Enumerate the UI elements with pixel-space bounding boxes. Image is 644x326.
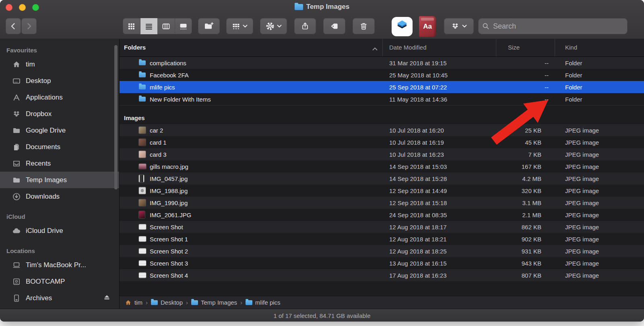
file-size: 25 KB xyxy=(470,127,541,134)
forward-button[interactable] xyxy=(21,18,37,34)
table-row[interactable]: Screen Shot 3 13 Aug 2018 at 16:15 943 K… xyxy=(120,257,644,269)
date-modified: 10 Jul 2018 at 16:20 xyxy=(389,127,444,134)
sort-ascending-icon[interactable] xyxy=(372,45,378,52)
image-thumbnail xyxy=(139,211,145,218)
column-view-button[interactable] xyxy=(157,18,175,34)
table-row[interactable]: card 3 10 Jul 2018 at 16:23 7 KB JPEG im… xyxy=(120,148,644,160)
file-size: 902 KB xyxy=(470,236,541,243)
stacks-app-button[interactable] xyxy=(392,17,413,36)
file-kind: JPEG image xyxy=(565,139,599,146)
image-thumbnail xyxy=(139,224,146,230)
table-row[interactable]: New Folder With Items 11 May 2018 at 14:… xyxy=(120,93,644,105)
breadcrumb-mlife-pics[interactable]: mlife pics xyxy=(246,299,281,306)
sidebar-item-downloads[interactable]: Downloads xyxy=(0,188,119,205)
file-size: -- xyxy=(470,60,549,66)
eject-icon[interactable] xyxy=(103,294,110,302)
folder-icon xyxy=(139,60,146,65)
column-header-size[interactable]: Size xyxy=(508,44,520,51)
sidebar-item-macbook[interactable]: Tim's MacBook Pr... xyxy=(0,257,119,273)
file-kind: JPEG image xyxy=(565,248,599,255)
file-name: New Folder With Items xyxy=(150,96,211,103)
column-header-name[interactable]: Folders xyxy=(124,44,146,51)
status-text: 1 of 17 selected, 84.71 GB available xyxy=(274,312,371,319)
date-modified: 13 Aug 2018 at 16:15 xyxy=(389,260,447,267)
table-row[interactable]: card 1 10 Jul 2018 at 16:19 45 KB JPEG i… xyxy=(120,136,644,148)
search-field[interactable] xyxy=(478,18,627,34)
file-name: mlife pics xyxy=(150,84,175,91)
folder-icon xyxy=(139,73,146,77)
sidebar-item-label: Temp Images xyxy=(26,176,67,184)
breadcrumb-separator: › xyxy=(240,299,242,306)
new-folder-button[interactable] xyxy=(198,18,220,34)
column-divider[interactable] xyxy=(555,39,555,56)
file-list: Folders Date Modified Size Kind complica… xyxy=(120,39,644,296)
breadcrumb-desktop[interactable]: Desktop xyxy=(151,299,183,306)
breadcrumb-separator: › xyxy=(146,299,148,306)
icon-view-button[interactable] xyxy=(123,18,140,34)
table-row[interactable]: gills macro.jpg 14 Sep 2018 at 15:03 167… xyxy=(120,160,644,172)
search-icon xyxy=(482,23,489,30)
date-modified: 11 May 2018 at 14:36 xyxy=(389,96,447,103)
column-header-kind[interactable]: Kind xyxy=(565,44,577,51)
date-modified: 17 Aug 2018 at 16:23 xyxy=(389,272,447,279)
gallery-view-icon xyxy=(179,22,188,31)
file-size: -- xyxy=(470,72,549,79)
dropbox-button[interactable] xyxy=(444,18,474,34)
sidebar-scrollbar[interactable] xyxy=(114,45,118,189)
sidebar-item-icloud-drive[interactable]: iCloud Drive xyxy=(0,222,119,239)
sidebar-item-label: Archives xyxy=(26,294,52,302)
sidebar-item-recents[interactable]: Recents xyxy=(0,155,119,172)
sidebar-item-label: Downloads xyxy=(26,193,60,201)
column-divider[interactable] xyxy=(496,39,496,56)
layers-icon xyxy=(394,19,410,34)
table-row[interactable]: Screen Shot 4 17 Aug 2018 at 16:23 807 K… xyxy=(120,269,644,281)
breadcrumb-temp-images[interactable]: Temp Images xyxy=(191,299,237,306)
table-row[interactable]: Screen Shot 2 12 Aug 2018 at 18:25 931 K… xyxy=(120,245,644,257)
column-header-date[interactable]: Date Modified xyxy=(389,44,427,51)
documents-icon xyxy=(12,143,21,151)
back-button[interactable] xyxy=(6,18,21,34)
tag-button[interactable] xyxy=(323,18,345,34)
sidebar-item-documents[interactable]: Documents xyxy=(0,139,119,155)
table-row[interactable]: IMG_0457.jpg 14 Sep 2018 at 15:28 4.2 MB… xyxy=(120,172,644,185)
file-name: complications xyxy=(150,60,186,66)
file-kind: JPEG image xyxy=(565,272,599,279)
table-row[interactable]: IMG_1988.jpg 12 Sep 2018 at 14:49 320 KB… xyxy=(120,185,644,197)
sidebar-item-archives[interactable]: Archives xyxy=(0,290,119,306)
folder-icon xyxy=(191,300,198,305)
sidebar-item-google-drive[interactable]: Google Drive xyxy=(0,122,119,139)
sidebar-item-desktop[interactable]: Desktop xyxy=(0,73,119,89)
list-view-button[interactable] xyxy=(140,18,158,34)
table-row-selected[interactable]: mlife pics 25 Sep 2018 at 07:22 -- Folde… xyxy=(120,81,644,93)
file-kind: JPEG image xyxy=(565,236,599,243)
sidebar-item-bootcamp[interactable]: BOOTCAMP xyxy=(0,273,119,290)
sidebar-item-tim[interactable]: tim xyxy=(0,56,119,73)
sidebar: Favourites tim Desktop Applications Drop… xyxy=(0,39,120,309)
group-header-images: Images xyxy=(120,105,644,125)
sidebar-item-dropbox[interactable]: Dropbox xyxy=(0,106,119,122)
table-row[interactable]: car 2 10 Jul 2018 at 16:20 25 KB JPEG im… xyxy=(120,124,644,136)
dropbox-icon xyxy=(451,22,460,30)
file-size: 2.1 MB xyxy=(470,212,541,218)
file-name: Facebook 2FA xyxy=(150,72,189,79)
sidebar-item-applications[interactable]: Applications xyxy=(0,89,119,106)
table-row[interactable]: Screen Shot 1 12 Aug 2018 at 18:21 902 K… xyxy=(120,233,644,245)
image-thumbnail xyxy=(139,127,146,134)
table-row[interactable]: IMG_2061.JPG 24 Sep 2018 at 08:35 2.1 MB… xyxy=(120,209,644,221)
search-input[interactable] xyxy=(492,22,623,31)
table-row[interactable]: IMG_1990.jpg 12 Sep 2018 at 15:18 3.1 MB… xyxy=(120,197,644,209)
table-row[interactable]: Facebook 2FA 25 May 2018 at 10:45 -- Fol… xyxy=(120,69,644,81)
sidebar-item-temp-images[interactable]: Temp Images xyxy=(0,172,119,188)
chevron-right-icon xyxy=(25,22,33,30)
group-by-button[interactable] xyxy=(226,18,253,34)
action-menu-button[interactable] xyxy=(260,18,287,34)
breadcrumb-home[interactable]: tim xyxy=(125,299,142,306)
table-row[interactable]: complications 31 Mar 2018 at 19:15 -- Fo… xyxy=(120,57,644,69)
gallery-view-button[interactable] xyxy=(175,18,192,34)
column-divider[interactable] xyxy=(382,39,383,56)
table-row[interactable]: Screen Shot 12 Aug 2018 at 18:17 862 KB … xyxy=(120,221,644,233)
share-button[interactable] xyxy=(294,18,316,34)
delete-button[interactable] xyxy=(353,18,375,34)
sidebar-item-label: iCloud Drive xyxy=(26,227,63,235)
dictionary-app-button[interactable]: Aa xyxy=(419,16,436,37)
